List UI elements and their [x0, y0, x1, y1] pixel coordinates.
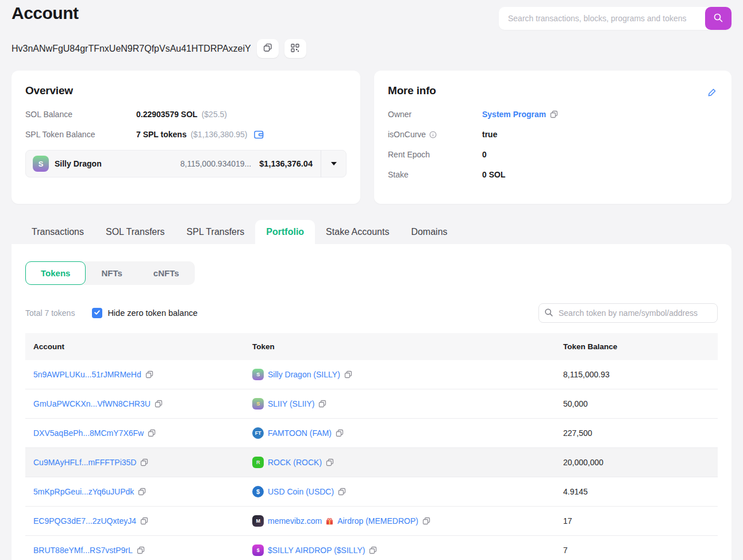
- sliiy-token-icon: S: [252, 398, 264, 410]
- token-controls-row: Total 7 tokens Hide zero token balance: [25, 303, 718, 323]
- usdc-token-icon: $: [252, 486, 264, 497]
- token-balance-value: 7: [555, 536, 718, 560]
- account-address-link[interactable]: 5mKpRpGeui...zYq6uJUPdk: [33, 487, 134, 496]
- is-on-curve-row: isOnCurve true: [388, 130, 718, 139]
- copy-icon[interactable]: [336, 429, 344, 437]
- account-address-link[interactable]: BRUT88eYMf...RS7vstP9rL: [33, 546, 133, 555]
- search-icon: [713, 13, 723, 25]
- token-table-row: EC9PQG3dE7...2zUQxteyJ4Mmemevibz.comAird…: [25, 507, 718, 536]
- silly-dragon-token-icon: S: [33, 156, 49, 172]
- column-header-token-balance: Token Balance: [555, 333, 718, 360]
- copy-icon[interactable]: [338, 488, 346, 496]
- qr-code-icon: [291, 44, 299, 54]
- famtoon-token-icon: FT: [252, 427, 264, 439]
- sol-balance-label: SOL Balance: [25, 110, 136, 119]
- copy-icon[interactable]: [422, 517, 430, 525]
- column-header-token: Token: [244, 333, 555, 360]
- sol-balance-row: SOL Balance 0.22903579 SOL ($25.5): [25, 110, 347, 119]
- token-link[interactable]: USD Coin (USDC): [268, 487, 334, 496]
- rock-token-icon: R: [252, 457, 264, 468]
- account-address-link[interactable]: 5n9AWPLUKu...51rJMRMeHd: [33, 370, 141, 379]
- table-header-row: Account Token Token Balance: [25, 333, 718, 360]
- copy-icon[interactable]: [137, 546, 145, 554]
- token-table-row: 5n9AWPLUKu...51rJMRMeHdSSilly Dragon (SI…: [25, 360, 718, 389]
- tab-bar: TransactionsSOL TransfersSPL TransfersPo…: [21, 220, 732, 244]
- copy-icon[interactable]: [344, 370, 352, 379]
- rent-epoch-label: Rent Epoch: [388, 150, 482, 159]
- segment-tokens[interactable]: Tokens: [25, 261, 86, 285]
- token-table-body: 5n9AWPLUKu...51rJMRMeHdSSilly Dragon (SI…: [25, 360, 718, 560]
- copy-owner-icon[interactable]: [550, 110, 558, 118]
- copy-icon[interactable]: [140, 517, 148, 525]
- segment-nfts[interactable]: NFTs: [86, 261, 137, 285]
- overview-title: Overview: [25, 84, 347, 97]
- token-link-suffix[interactable]: Airdrop (MEMEDROP): [337, 516, 418, 526]
- hide-zero-checkbox[interactable]: [92, 308, 102, 318]
- account-address-link[interactable]: DXV5aqBePh...8MCmY7X6Fw: [33, 428, 144, 438]
- token-table-row: BRUT88eYMf...RS7vstP9rL$$SILLY AIRDROP (…: [25, 536, 718, 560]
- account-address: Hv3nANwFgU84grTFnxUeN9R7QfpVsAu41HTDRPAx…: [11, 44, 251, 54]
- wallet-icon[interactable]: [254, 130, 264, 139]
- is-on-curve-value: true: [482, 130, 497, 139]
- is-on-curve-label: isOnCurve: [388, 130, 426, 139]
- copy-icon[interactable]: [369, 546, 377, 554]
- global-search-input[interactable]: [499, 7, 732, 30]
- token-link[interactable]: FAMTOON (FAM): [268, 428, 332, 438]
- hide-zero-label: Hide zero token balance: [107, 308, 197, 318]
- copy-icon: [263, 43, 272, 54]
- hide-zero-checkbox-group[interactable]: Hide zero token balance: [92, 308, 197, 318]
- pencil-icon: [707, 90, 717, 99]
- global-search: [499, 7, 732, 30]
- token-link[interactable]: $SILLY AIRDROP ($SILLY): [268, 546, 365, 555]
- qr-code-button[interactable]: [284, 39, 306, 58]
- tab-stake-accounts[interactable]: Stake Accounts: [315, 220, 400, 244]
- spl-balance-label: SPL Token Balance: [25, 130, 136, 139]
- search-icon: [544, 308, 553, 319]
- copy-icon[interactable]: [140, 458, 148, 466]
- ssilly-token-icon: $: [252, 544, 264, 556]
- spl-balance-value: 7 SPL tokens: [136, 130, 187, 139]
- token-search-input[interactable]: [538, 303, 718, 323]
- segment-cnfts[interactable]: cNFTs: [138, 261, 195, 285]
- copy-icon[interactable]: [145, 370, 153, 379]
- more-info-card: More info Owner System Program: [374, 71, 732, 204]
- owner-link[interactable]: System Program: [482, 110, 546, 119]
- copy-icon[interactable]: [148, 429, 156, 437]
- owner-row: Owner System Program: [388, 110, 718, 119]
- tab-spl-transfers[interactable]: SPL Transfers: [176, 220, 256, 244]
- account-address-link[interactable]: Cu9MAyHFLf...mFFFTPi35D: [33, 458, 136, 467]
- sol-balance-usd: ($25.5): [202, 110, 227, 119]
- copy-icon[interactable]: [138, 488, 146, 496]
- account-page: Account Hv3nANwFgU84grTFnxUeN9R7QfpVsAu4…: [0, 0, 743, 560]
- copy-icon[interactable]: [326, 458, 334, 466]
- token-link[interactable]: ROCK (ROCK): [268, 458, 322, 467]
- copy-icon[interactable]: [155, 400, 163, 408]
- stake-row: Stake 0 SOL: [388, 170, 718, 179]
- token-link[interactable]: memevibz.com: [268, 516, 322, 526]
- token-balance-value: 17: [555, 507, 718, 536]
- dropdown-toggle[interactable]: [321, 150, 346, 177]
- token-holdings-dropdown[interactable]: S Silly Dragon 8,115,000.934019... $1,13…: [25, 150, 347, 177]
- global-search-button[interactable]: [705, 7, 732, 30]
- info-icon[interactable]: [429, 131, 437, 138]
- edit-button[interactable]: [707, 88, 717, 99]
- summary-cards: Overview SOL Balance 0.22903579 SOL ($25…: [11, 71, 732, 204]
- copy-icon[interactable]: [318, 400, 326, 408]
- tab-portfolio[interactable]: Portfolio: [255, 220, 315, 244]
- page-title: Account: [11, 3, 79, 23]
- copy-address-button[interactable]: [257, 39, 279, 58]
- top-bar: Account: [11, 0, 732, 30]
- tab-transactions[interactable]: Transactions: [21, 220, 95, 244]
- memevibz-token-icon: M: [252, 515, 264, 527]
- token-table-row: Cu9MAyHFLf...mFFFTPi35DRROCK (ROCK)20,00…: [25, 448, 718, 477]
- account-address-link[interactable]: EC9PQG3dE7...2zUQxteyJ4: [33, 516, 136, 526]
- token-balance-value: 50,000: [555, 389, 718, 419]
- token-balance-value: 227,500: [555, 419, 718, 448]
- account-address-link[interactable]: GmUaPWCKXn...VfWN8CHR3U: [33, 399, 151, 408]
- token-link[interactable]: Silly Dragon (SILLY): [268, 370, 340, 379]
- tab-sol-transfers[interactable]: SOL Transfers: [95, 220, 176, 244]
- token-balance-value: 20,000,000: [555, 448, 718, 477]
- token-link[interactable]: SLIIY (SLIIY): [268, 399, 314, 408]
- token-balance-value: 8,115,000.93: [555, 360, 718, 389]
- tab-domains[interactable]: Domains: [400, 220, 458, 244]
